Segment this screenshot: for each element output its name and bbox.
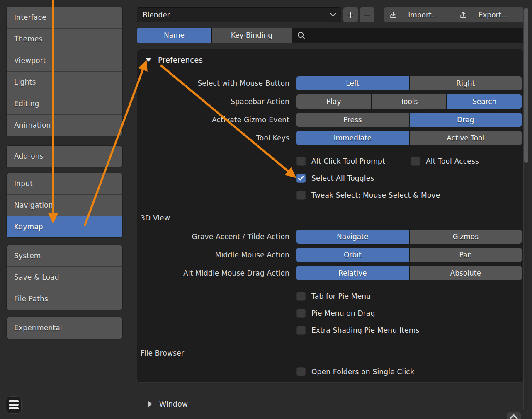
- section-label-3d-view: 3D View: [137, 213, 523, 223]
- checkbox-row-alt-tool-access: Alt Tool Access: [411, 157, 479, 166]
- filter-tab-key-binding[interactable]: Key-Binding: [212, 28, 292, 43]
- segment-button-immediate[interactable]: Immediate: [296, 131, 409, 145]
- sidebar-item-navigation[interactable]: Navigation: [7, 195, 122, 216]
- checkbox-label-alt-tool-access[interactable]: Alt Tool Access: [426, 157, 479, 165]
- import-button[interactable]: Import...: [384, 7, 454, 22]
- preference-row-spacebar-action: Spacebar ActionPlayToolsSearch: [137, 94, 523, 109]
- remove-preset-button[interactable]: −: [360, 7, 374, 22]
- segment-button-left[interactable]: Left: [296, 76, 409, 90]
- checkbox-row: Open Folders on Single Click: [137, 367, 523, 376]
- export-icon: [459, 10, 468, 19]
- sidebar-group: InterfaceThemesViewportLightsEditingAnim…: [7, 7, 122, 136]
- checkbox-extra-shading-pie-menu-items[interactable]: [296, 326, 306, 335]
- row-label: Activate Gizmo Event: [137, 116, 289, 124]
- checkbox-tweak-select-mouse-select-move[interactable]: [296, 191, 306, 200]
- checkbox-alt-tool-access[interactable]: [411, 157, 420, 166]
- checkbox-row: Pie Menu on Drag: [137, 309, 523, 318]
- checkbox-label-alt-click-tool-prompt[interactable]: Alt Click Tool Prompt: [311, 157, 385, 165]
- checkbox-row: Tweak Select: Mouse Select & Move: [137, 191, 523, 200]
- sidebar-item-themes[interactable]: Themes: [7, 29, 122, 50]
- row-label: Select with Mouse Button: [137, 79, 289, 87]
- segmented-control-spacebar-action: PlayToolsSearch: [296, 94, 522, 109]
- checkbox-label-pie-menu-on-drag[interactable]: Pie Menu on Drag: [311, 309, 375, 317]
- checkbox-row-tweak-select-mouse-select-move: Tweak Select: Mouse Select & Move: [296, 191, 440, 200]
- segment-button-relative[interactable]: Relative: [296, 266, 409, 280]
- segment-button-tools[interactable]: Tools: [372, 94, 447, 109]
- checkbox-label-tweak-select-mouse-select-move[interactable]: Tweak Select: Mouse Select & Move: [311, 191, 440, 199]
- row-label: Grave Accent / Tilde Action: [137, 233, 289, 241]
- blender-preferences-window: { "colors": { "accent": "#4a72b5", "arro…: [0, 0, 532, 419]
- triangle-down-icon: [146, 58, 151, 62]
- segment-button-navigate[interactable]: Navigate: [296, 230, 409, 244]
- checkbox-label-select-all-toggles[interactable]: Select All Toggles: [311, 174, 374, 182]
- sidebar-item-keymap[interactable]: Keymap: [7, 216, 122, 237]
- preferences-panel-header[interactable]: Preferences: [146, 54, 523, 65]
- scrollbar-thumb[interactable]: [524, 8, 528, 163]
- checkbox-row-select-all-toggles: Select All Toggles: [296, 174, 374, 183]
- preference-row-tool-keys: Tool KeysImmediateActive Tool: [137, 131, 523, 145]
- row-label: Spacebar Action: [137, 97, 289, 106]
- preference-row-grave-accent-tilde-action: Grave Accent / Tilde ActionNavigateGizmo…: [137, 230, 523, 244]
- sidebar-group: InputNavigationKeymap: [7, 173, 122, 237]
- export-button[interactable]: Export...: [454, 7, 524, 22]
- segment-button-orbit[interactable]: Orbit: [296, 248, 409, 262]
- segment-button-pan[interactable]: Pan: [410, 248, 522, 262]
- segment-button-press[interactable]: Press: [296, 113, 409, 127]
- checkbox-row: Extra Shading Pie Menu Items: [137, 326, 523, 335]
- sidebar-item-experimental[interactable]: Experimental: [7, 317, 122, 339]
- checkbox-alt-click-tool-prompt[interactable]: [296, 157, 306, 166]
- add-preset-button[interactable]: +: [343, 7, 358, 22]
- checkmark-icon: [298, 176, 304, 181]
- checkbox-tab-for-pie-menu[interactable]: [296, 292, 306, 301]
- segmented-control-alt-middle-mouse-drag-action: RelativeAbsolute: [296, 266, 522, 280]
- sidebar-item-file-paths[interactable]: File Paths: [7, 288, 122, 310]
- segment-button-search[interactable]: Search: [447, 94, 522, 109]
- filter-tab-name[interactable]: Name: [137, 28, 211, 43]
- segment-button-right[interactable]: Right: [410, 76, 522, 90]
- checkbox-select-all-toggles[interactable]: [296, 174, 306, 183]
- sidebar-item-viewport[interactable]: Viewport: [7, 50, 122, 71]
- triangle-right-icon: [148, 401, 152, 407]
- sidebar-group: SystemSave & LoadFile Paths: [7, 245, 122, 310]
- segment-button-gizmos[interactable]: Gizmos: [410, 230, 522, 244]
- segment-button-active-tool[interactable]: Active Tool: [410, 131, 522, 145]
- scroll-up-button[interactable]: [507, 412, 521, 419]
- checkbox-pair-row: Alt Click Tool PromptAlt Tool Access: [137, 157, 523, 166]
- checkbox-pie-menu-on-drag[interactable]: [296, 309, 306, 318]
- editor-menu-button[interactable]: [6, 396, 22, 414]
- sidebar-item-system[interactable]: System: [7, 245, 122, 266]
- checkbox-row-open-folders-on-single-click: Open Folders on Single Click: [296, 367, 414, 376]
- preference-row-alt-middle-mouse-drag-action: Alt Middle Mouse Drag ActionRelativeAbso…: [137, 266, 523, 280]
- checkbox-open-folders-on-single-click[interactable]: [296, 367, 306, 376]
- segment-button-absolute[interactable]: Absolute: [410, 266, 522, 280]
- keymap-preset-dropdown[interactable]: Blender: [137, 7, 341, 22]
- keymap-search-field[interactable]: [292, 28, 524, 43]
- preferences-panel-body: Select with Mouse ButtonLeftRightSpaceba…: [137, 76, 523, 376]
- segmented-control-activate-gizmo-event: PressDrag: [296, 113, 522, 127]
- sidebar-group: Add-ons: [7, 146, 122, 167]
- keymap-preset-value: Blender: [143, 11, 330, 19]
- search-input[interactable]: [309, 31, 520, 40]
- checkbox-label-open-folders-on-single-click[interactable]: Open Folders on Single Click: [311, 368, 414, 376]
- sidebar-item-animation[interactable]: Animation: [7, 115, 122, 136]
- window-panel-header[interactable]: Window: [137, 397, 524, 411]
- sidebar-item-interface[interactable]: Interface: [7, 7, 122, 28]
- search-icon: [297, 31, 306, 40]
- checkbox-label-tab-for-pie-menu[interactable]: Tab for Pie Menu: [311, 292, 371, 300]
- segment-button-drag[interactable]: Drag: [410, 113, 522, 127]
- import-icon: [389, 10, 398, 19]
- sidebar-item-lights[interactable]: Lights: [7, 72, 122, 93]
- chevron-down-icon: [330, 13, 336, 17]
- import-label: Import...: [398, 11, 449, 19]
- segment-button-play[interactable]: Play: [296, 94, 371, 109]
- sidebar-item-input[interactable]: Input: [7, 173, 122, 194]
- checkbox-row-extra-shading-pie-menu-items: Extra Shading Pie Menu Items: [296, 326, 419, 335]
- sidebar-item-editing[interactable]: Editing: [7, 93, 122, 114]
- sidebar-item-save-load[interactable]: Save & Load: [7, 267, 122, 288]
- vertical-scrollbar[interactable]: [523, 7, 529, 412]
- checkbox-label-extra-shading-pie-menu-items[interactable]: Extra Shading Pie Menu Items: [311, 326, 419, 334]
- sidebar-item-add-ons[interactable]: Add-ons: [7, 146, 122, 167]
- segmented-control-grave-accent-tilde-action: NavigateGizmos: [296, 230, 522, 244]
- section-label-file-browser: File Browser: [137, 349, 523, 358]
- checkbox-row: Select All Toggles: [137, 174, 523, 183]
